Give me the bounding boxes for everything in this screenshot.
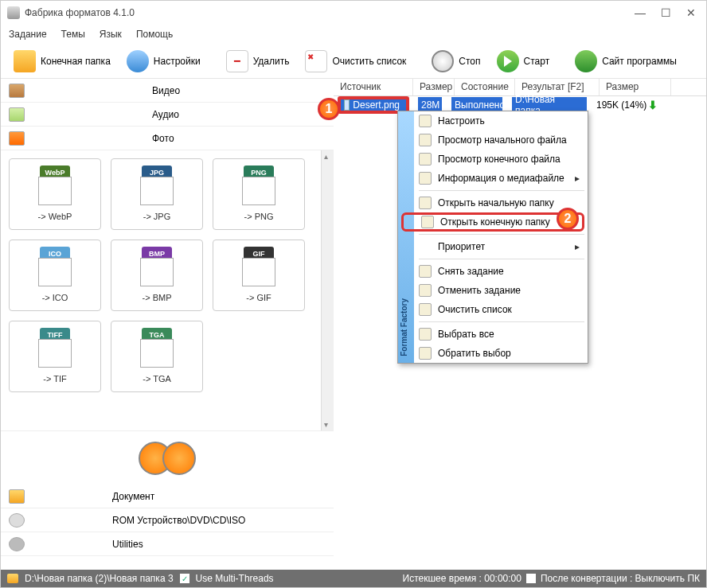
category-photo[interactable]: Фото	[1, 127, 334, 150]
tiles-scrollbar[interactable]	[321, 150, 334, 430]
photo-icon	[9, 131, 25, 146]
tile-tga-label: -> TGA	[143, 374, 171, 384]
delete-button[interactable]: −Удалить	[220, 47, 296, 76]
col-size[interactable]: Размер	[413, 79, 455, 95]
clear-icon	[305, 50, 327, 72]
tile-gif-label: -> GIF	[246, 293, 271, 302]
category-audio-label: Аудио	[152, 109, 179, 120]
maximize-button[interactable]: ☐	[660, 7, 671, 18]
play-icon	[497, 50, 519, 72]
minimize-button[interactable]: —	[635, 7, 646, 18]
invert-icon	[419, 347, 432, 360]
chevron-right-icon: ▸	[575, 241, 580, 252]
disc-icon	[9, 513, 25, 528]
app-icon	[7, 6, 20, 19]
folder-icon	[7, 574, 18, 583]
close-button[interactable]: ✕	[686, 7, 697, 18]
website-label: Сайт программы	[602, 56, 677, 67]
titlebar: Фабрика форматов 4.1.0 — ☐ ✕	[1, 1, 706, 25]
settings-button[interactable]: Настройки	[120, 47, 207, 76]
col-state[interactable]: Состояние	[455, 79, 515, 95]
ctx-select-all[interactable]: Выбрать все	[398, 325, 588, 344]
category-document[interactable]: Документ	[1, 485, 334, 508]
ctx-remove-task[interactable]: Снять задание	[398, 262, 588, 281]
ctx-clear-list[interactable]: Очистить список	[398, 300, 588, 319]
ctx-invert-selection[interactable]: Обратить выбор	[398, 344, 588, 363]
cancel-icon	[419, 284, 432, 297]
batch-tools[interactable]	[1, 430, 334, 485]
dest-folder-button[interactable]: Конечная папка	[7, 47, 117, 76]
multithread-checkbox[interactable]: ✓	[180, 574, 189, 583]
ctx-view-source[interactable]: Просмотр начального файла	[398, 130, 588, 150]
toolbar: Конечная папка Настройки −Удалить Очисти…	[1, 44, 706, 79]
chevron-right-icon: ▸	[575, 173, 580, 184]
gear-icon	[419, 115, 432, 127]
tile-tif-icon	[38, 339, 72, 368]
ctx-open-source-folder[interactable]: Открыть начальную папку	[398, 193, 588, 212]
category-audio[interactable]: Аудио	[1, 103, 334, 127]
status-path[interactable]: D:\Новая папка (2)\Новая папка 3	[25, 573, 174, 584]
tile-ico-label: -> ICO	[42, 293, 68, 302]
tile-bmp-label: -> BMP	[143, 293, 172, 302]
category-utilities[interactable]: Utilities	[1, 532, 334, 556]
clear-list-button[interactable]: Очистить список	[299, 47, 412, 76]
tile-tga[interactable]: TGA-> TGA	[111, 321, 203, 392]
delete-icon: −	[226, 50, 248, 72]
website-button[interactable]: Сайт программы	[568, 47, 683, 76]
tile-bmp[interactable]: BMP-> BMP	[111, 239, 203, 311]
globe-icon	[575, 50, 597, 72]
tile-tif-label: -> TIF	[43, 374, 66, 384]
start-button[interactable]: Старт	[490, 47, 557, 76]
annotation-marker-2: 2	[557, 208, 579, 230]
tile-png[interactable]: PNG-> PNG	[213, 158, 305, 230]
video-icon	[9, 84, 25, 98]
menu-help[interactable]: Помощь	[136, 29, 173, 40]
col-size2[interactable]: Размер	[600, 79, 671, 95]
cell-output-size: 195K (14%)	[596, 99, 646, 111]
clear-icon	[419, 303, 432, 316]
tile-ico[interactable]: ICO-> ICO	[9, 239, 101, 311]
settings-label: Настройки	[154, 56, 201, 67]
tile-png-label: -> PNG	[244, 212, 274, 221]
ctx-configure[interactable]: Настроить	[398, 111, 588, 130]
context-menu: Format Factory Настроить Просмотр началь…	[397, 111, 588, 364]
tile-jpg[interactable]: JPG-> JPG	[111, 158, 203, 230]
category-photo-label: Фото	[152, 133, 174, 144]
ctx-priority[interactable]: Приоритет▸	[398, 237, 588, 256]
file-icon	[419, 134, 432, 146]
stop-button[interactable]: Стоп	[425, 47, 486, 76]
gear-icon	[127, 50, 149, 72]
folder-icon	[419, 197, 432, 209]
folder-icon	[421, 216, 434, 228]
tile-bmp-icon	[140, 258, 174, 286]
file-icon	[419, 153, 432, 165]
ctx-mediainfo[interactable]: Информация о медиафайле▸	[398, 169, 588, 188]
tile-tif[interactable]: TIFF-> TIF	[9, 321, 101, 392]
category-video[interactable]: Видео	[1, 79, 334, 103]
category-rom[interactable]: ROM Устройство\DVD\CD\ISO	[1, 508, 334, 532]
menu-task[interactable]: Задание	[9, 29, 47, 40]
col-result[interactable]: Результат [F2]	[515, 79, 600, 95]
col-source[interactable]: Источник	[334, 79, 413, 95]
tile-gif[interactable]: GIF-> GIF	[213, 239, 305, 311]
tile-webp[interactable]: WebP-> WebP	[9, 158, 101, 230]
format-tiles: WebP-> WebP JPG-> JPG PNG-> PNG ICO-> IC…	[1, 150, 321, 430]
down-arrow-icon: ⬇	[648, 99, 658, 111]
tile-jpg-icon	[140, 177, 174, 205]
ctx-cancel-task[interactable]: Отменить задание	[398, 281, 588, 300]
file-name: Desert.png	[353, 99, 400, 111]
tile-gif-icon	[242, 258, 275, 286]
status-bar: D:\Новая папка (2)\Новая папка 3 ✓ Use M…	[1, 570, 706, 587]
menu-language[interactable]: Язык	[100, 29, 122, 40]
shutdown-checkbox[interactable]: ✓	[526, 574, 536, 583]
stop-label: Стоп	[459, 56, 480, 67]
start-label: Старт	[524, 56, 550, 67]
tile-png-icon	[242, 177, 275, 205]
annotation-marker-1: 1	[318, 98, 340, 120]
document-icon	[9, 489, 25, 504]
tile-ico-icon	[38, 258, 72, 286]
status-threads-label: Use Multi-Threads	[196, 573, 274, 584]
menu-themes[interactable]: Темы	[61, 29, 85, 40]
ctx-view-dest[interactable]: Просмотр конечного файла	[398, 150, 588, 169]
tile-webp-icon	[38, 177, 72, 205]
